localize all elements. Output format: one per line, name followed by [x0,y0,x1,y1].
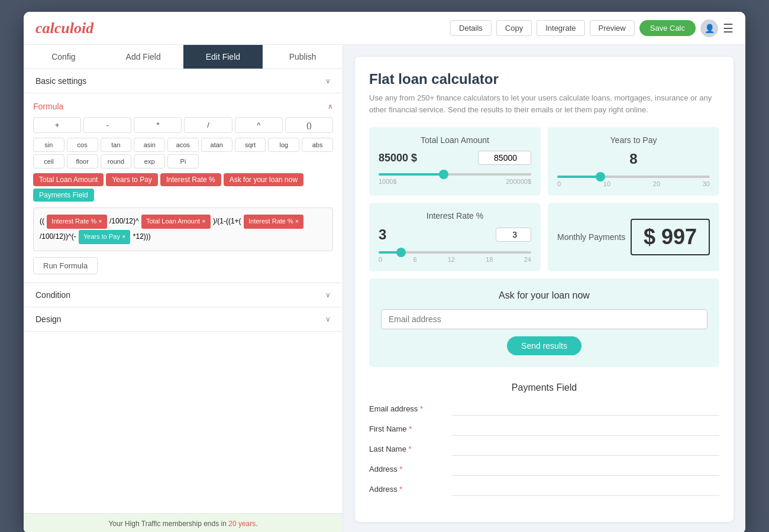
interest-rate-slider[interactable] [379,251,531,254]
design-label: Design [35,314,62,324]
calc-title: Flat loan calculator [369,71,719,87]
calc-description: Use any from 250+ finance calculators to… [369,92,719,115]
integrate-button[interactable]: Integrate [537,20,584,36]
func-atan[interactable]: atan [201,138,232,152]
func-asin[interactable]: asin [134,138,165,152]
interest-tick-12: 12 [448,256,455,263]
right-panel: Flat loan calculator Use any from 250+ f… [343,45,745,532]
op-power[interactable]: ^ [235,117,283,133]
required-star-email: * [420,404,423,413]
tab-publish[interactable]: Publish [263,45,343,69]
func-sin[interactable]: sin [33,138,64,152]
interest-tick-24: 24 [524,256,531,263]
required-star-address1: * [399,465,402,473]
tabs-row: Config Add Field Edit Field Publish [24,45,343,69]
basic-settings-section[interactable]: Basic settings ∨ [24,69,343,93]
app-logo: calculoid [35,20,93,37]
formula-text-3: /100/12))^(- [40,232,76,241]
payments-section: Payments Field Email address * First Nam… [369,377,719,508]
func-floor[interactable]: floor [67,154,98,168]
monthly-payments-label: Monthly Payments [557,232,625,242]
tag-years-to-pay[interactable]: Years to Pay [106,173,158,186]
loan-email-input[interactable] [381,309,707,329]
tab-edit-field[interactable]: Edit Field [183,45,263,69]
payment-label-address2: Address * [369,485,452,494]
loan-amount-title: Total Loan Amount [379,135,531,145]
formula-display: (( Interest Rate % × /100/12)^ Total Loa… [33,207,333,251]
loan-unit: $ [411,152,417,164]
func-log[interactable]: log [268,138,299,152]
operator-grid: + - * / ^ () [33,117,333,133]
formula-header: Formula ∧ [33,102,333,111]
required-star-address2: * [399,485,402,494]
hamburger-menu-icon[interactable]: ☰ [723,21,734,35]
interest-rate-input[interactable] [496,228,531,242]
interest-rate-card: Interest Rate % 3 0 6 12 18 24 [369,203,541,271]
save-calc-button[interactable]: Save Calc [639,20,696,36]
run-formula-button[interactable]: Run Formula [33,257,98,274]
user-avatar[interactable]: 👤 [700,20,718,37]
loan-max: 200000$ [506,178,531,185]
slider-grid-top: Total Loan Amount 85000 $ 1000$ 200000$ [369,127,719,196]
years-min: 0 [557,180,561,187]
formula-tag-years-to-pay: Years to Pay × [79,230,130,244]
send-results-button[interactable]: Send results [507,336,581,355]
footer-highlight: 20 years [228,520,256,528]
tag-pills: Total Loan Amount Years to Pay Interest … [33,173,333,202]
func-abs[interactable]: abs [302,138,333,152]
basic-settings-arrow-icon: ∨ [325,77,331,85]
op-multiply[interactable]: * [134,117,182,133]
func-sqrt[interactable]: sqrt [235,138,266,152]
tab-config[interactable]: Config [24,45,104,69]
tag-total-loan[interactable]: Total Loan Amount [33,173,104,186]
required-star-lastname: * [408,445,411,453]
ask-loan-title: Ask for your loan now [381,290,707,301]
loan-amount-value-row: 85000 $ [379,151,531,165]
op-divide[interactable]: / [184,117,232,133]
tag-payments-field[interactable]: Payments Field [33,189,94,202]
payment-row-firstname: First Name * [369,421,719,436]
formula-link[interactable]: Formula [33,102,63,111]
loan-amount-input[interactable] [478,151,531,165]
condition-section[interactable]: Condition ∨ [24,283,343,307]
payment-input-lastname[interactable] [452,442,719,456]
payment-input-address2[interactable] [452,482,719,496]
func-pi[interactable]: Pi [167,154,199,168]
main-content: Config Add Field Edit Field Publish Basi… [24,45,745,532]
payment-input-address1[interactable] [452,462,719,476]
interest-rate-title: Interest Rate % [379,211,531,220]
interest-tick-18: 18 [486,256,493,263]
copy-button[interactable]: Copy [496,20,532,36]
func-round[interactable]: round [101,154,132,168]
formula-text-2: )/(1-((1+( [213,217,241,225]
app-window: calculoid Details Copy Integrate Preview… [24,12,745,532]
tag-ask-loan[interactable]: Ask for your loan now [224,173,303,186]
payment-input-firstname[interactable] [452,421,719,436]
interest-tick-6: 6 [413,256,416,263]
op-parens[interactable]: () [285,117,333,133]
details-button[interactable]: Details [450,20,492,36]
basic-settings-label: Basic settings [35,76,86,86]
tab-add-field[interactable]: Add Field [104,45,183,69]
loan-min: 1000$ [379,178,397,185]
func-exp[interactable]: exp [134,154,165,168]
years-to-pay-slider[interactable] [557,176,710,178]
func-tan[interactable]: tan [101,138,132,152]
op-plus[interactable]: + [33,117,81,133]
formula-tag-interest-rate-2: Interest Rate % × [244,215,303,229]
preview-button[interactable]: Preview [590,20,635,36]
func-ceil[interactable]: ceil [33,154,64,168]
formula-open-paren: (( [40,217,44,225]
loan-amount-slider[interactable] [379,173,531,176]
design-section[interactable]: Design ∨ [24,307,343,332]
tag-interest-rate[interactable]: Interest Rate % [160,173,221,186]
top-nav: Details Copy Integrate Preview Save Calc… [450,20,734,37]
years-tick-10: 10 [603,180,610,187]
payment-input-email[interactable] [452,401,719,416]
formula-tag-interest-rate: Interest Rate % × [47,215,106,229]
loan-amount-card: Total Loan Amount 85000 $ 1000$ 200000$ [369,127,541,196]
func-cos[interactable]: cos [67,138,98,152]
func-acos[interactable]: acos [167,138,199,152]
payment-label-firstname: First Name * [369,424,452,433]
op-minus[interactable]: - [83,117,131,133]
